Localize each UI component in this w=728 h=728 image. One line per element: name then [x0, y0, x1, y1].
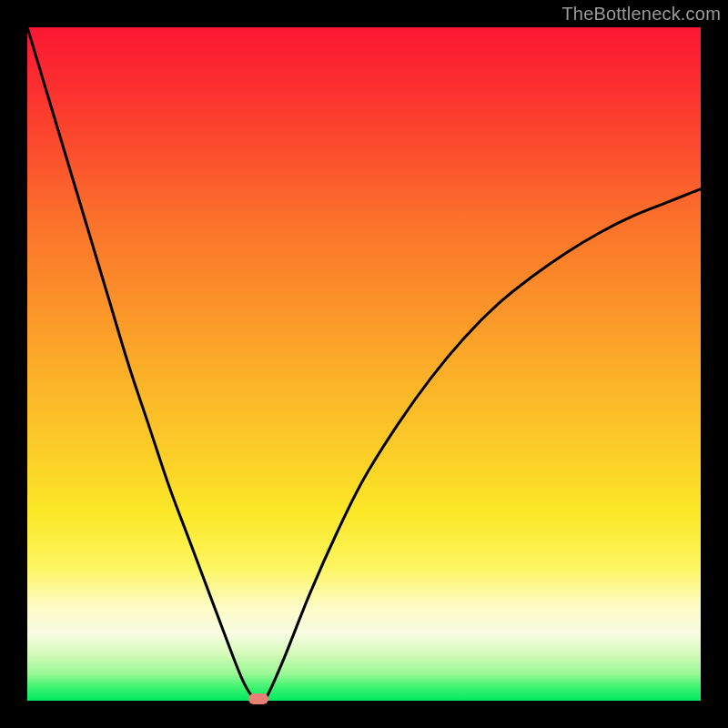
plot-area	[27, 27, 701, 701]
watermark-text: TheBottleneck.com	[561, 4, 721, 25]
minimum-marker	[248, 693, 268, 704]
curve-path	[27, 27, 701, 702]
bottleneck-curve	[27, 27, 701, 701]
chart-frame: TheBottleneck.com	[0, 0, 728, 728]
